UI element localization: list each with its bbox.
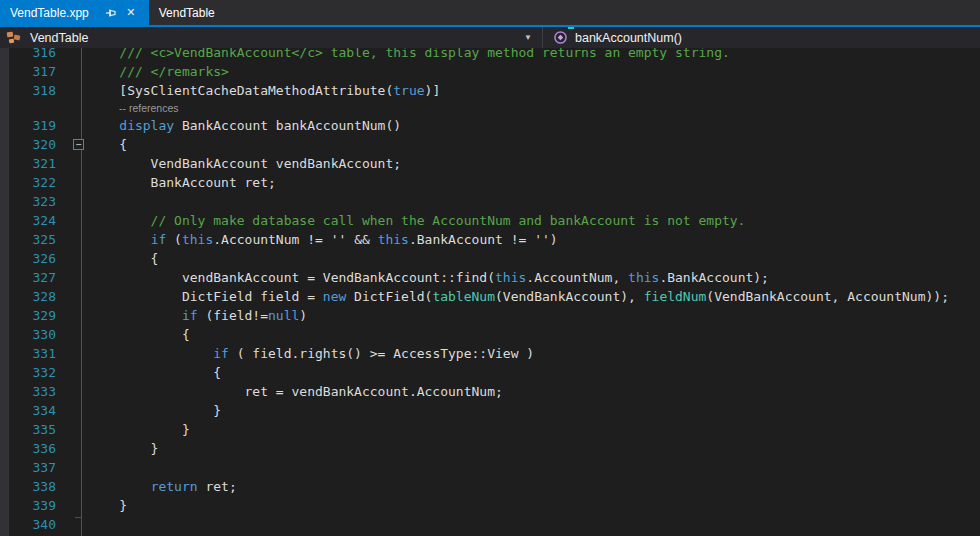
modified-indicator	[568, 27, 574, 29]
fold-margin	[56, 515, 88, 534]
code-text: }	[88, 401, 221, 420]
line-number: 338	[0, 477, 56, 496]
fold-margin	[56, 154, 88, 173]
line-number: 332	[0, 363, 56, 382]
fold-margin	[56, 173, 88, 192]
line-number: 328	[0, 287, 56, 306]
type-dropdown-label: VendTable	[30, 31, 88, 45]
code-line[interactable]: 330 {	[0, 325, 980, 344]
fold-margin	[56, 192, 88, 211]
member-dropdown[interactable]: bankAccountNum()	[543, 27, 980, 48]
code-editor[interactable]: 316 /// <c>VendBankAccount</c> table, th…	[0, 48, 980, 536]
fold-margin	[56, 325, 88, 344]
code-line[interactable]: 327 vendBankAccount = VendBankAccount::f…	[0, 268, 980, 287]
line-number: 323	[0, 192, 56, 211]
code-line[interactable]: 320− {	[0, 135, 980, 154]
pin-icon[interactable]	[103, 5, 119, 21]
code-line[interactable]: 340	[0, 515, 980, 534]
fold-margin	[56, 62, 88, 81]
code-text: DictField field = new DictField(tableNum…	[88, 287, 949, 306]
line-number: 339	[0, 496, 56, 515]
code-line[interactable]: 329 if (field!=null)	[0, 306, 980, 325]
code-text: vendBankAccount = VendBankAccount::find(…	[88, 268, 769, 287]
line-number: 322	[0, 173, 56, 192]
code-line[interactable]: 331 if ( field.rights() >= AccessType::V…	[0, 344, 980, 363]
line-number: 330	[0, 325, 56, 344]
code-text: }	[88, 496, 127, 515]
code-line[interactable]: 332 {	[0, 363, 980, 382]
code-line[interactable]: 328 DictField field = new DictField(tabl…	[0, 287, 980, 306]
fold-margin: −	[56, 135, 88, 154]
line-number: 331	[0, 344, 56, 363]
fold-margin	[56, 306, 88, 325]
code-text: }	[88, 439, 158, 458]
fold-margin	[56, 401, 88, 420]
line-number: 334	[0, 401, 56, 420]
close-icon[interactable]: ✕	[123, 5, 139, 21]
navigation-bar: VendTable ▼ bankAccountNum()	[0, 27, 980, 48]
codelens-references-link[interactable]: -- references	[88, 100, 179, 116]
fold-margin	[56, 81, 88, 100]
code-line[interactable]: 323	[0, 192, 980, 211]
line-number: 326	[0, 249, 56, 268]
codelens-row[interactable]: -- references	[0, 100, 980, 116]
line-number: 325	[0, 230, 56, 249]
line-number: 333	[0, 382, 56, 401]
line-number: 337	[0, 458, 56, 477]
document-tab-bar: VendTable.xpp ✕ VendTable	[0, 0, 980, 25]
fold-margin	[56, 116, 88, 135]
line-number: 318	[0, 81, 56, 100]
code-line[interactable]: 319 display BankAccount bankAccountNum()	[0, 116, 980, 135]
code-line[interactable]: 335 }	[0, 420, 980, 439]
code-text: if (this.AccountNum != '' && this.BankAc…	[88, 230, 558, 249]
line-number: 324	[0, 211, 56, 230]
code-line[interactable]: 326 {	[0, 249, 980, 268]
code-lines: 316 /// <c>VendBankAccount</c> table, th…	[0, 48, 980, 534]
code-line[interactable]: 333 ret = vendBankAccount.AccountNum;	[0, 382, 980, 401]
fold-margin	[56, 477, 88, 496]
code-text: /// <c>VendBankAccount</c> table, this d…	[88, 48, 730, 62]
code-line[interactable]: 334 }	[0, 401, 980, 420]
fold-margin	[56, 211, 88, 230]
code-line[interactable]: 321 VendBankAccount vendBankAccount;	[0, 154, 980, 173]
line-number: 340	[0, 515, 56, 534]
line-number: 320	[0, 135, 56, 154]
fold-margin	[56, 439, 88, 458]
code-line[interactable]: 317 /// </remarks>	[0, 62, 980, 81]
fold-margin	[56, 230, 88, 249]
code-line[interactable]: 324 // Only make database call when the …	[0, 211, 980, 230]
code-text: [SysClientCacheDataMethodAttribute(true)…	[88, 81, 440, 100]
line-number: 335	[0, 420, 56, 439]
type-dropdown[interactable]: VendTable ▼	[0, 27, 543, 48]
code-line[interactable]: 339 }	[0, 496, 980, 515]
code-text: {	[88, 325, 190, 344]
code-line[interactable]: 316 /// <c>VendBankAccount</c> table, th…	[0, 48, 980, 62]
code-text: return ret;	[88, 477, 237, 496]
code-text: ret = vendBankAccount.AccountNum;	[88, 382, 503, 401]
code-line[interactable]: 325 if (this.AccountNum != '' && this.Ba…	[0, 230, 980, 249]
code-text: {	[88, 135, 127, 154]
fold-margin	[56, 287, 88, 306]
line-number: 329	[0, 306, 56, 325]
code-line[interactable]: 338 return ret;	[0, 477, 980, 496]
line-number: 321	[0, 154, 56, 173]
fold-margin	[56, 48, 88, 62]
code-text: /// </remarks>	[88, 62, 229, 81]
line-number: 336	[0, 439, 56, 458]
line-number: 317	[0, 62, 56, 81]
fold-margin	[56, 249, 88, 268]
member-dropdown-label: bankAccountNum()	[575, 31, 682, 45]
collapse-toggle-icon[interactable]: −	[73, 139, 84, 150]
line-number	[0, 100, 56, 116]
code-line[interactable]: 337	[0, 458, 980, 477]
fold-margin	[56, 420, 88, 439]
chevron-down-icon: ▼	[524, 33, 532, 42]
code-text: BankAccount ret;	[88, 173, 276, 192]
code-line[interactable]: 318 [SysClientCacheDataMethodAttribute(t…	[0, 81, 980, 100]
code-text: {	[88, 363, 221, 382]
code-line[interactable]: 336 }	[0, 439, 980, 458]
code-line[interactable]: 322 BankAccount ret;	[0, 173, 980, 192]
tab-vendtable-xpp[interactable]: VendTable.xpp ✕	[0, 0, 149, 25]
tab-vendtable[interactable]: VendTable	[149, 0, 225, 25]
table-icon	[6, 30, 23, 46]
